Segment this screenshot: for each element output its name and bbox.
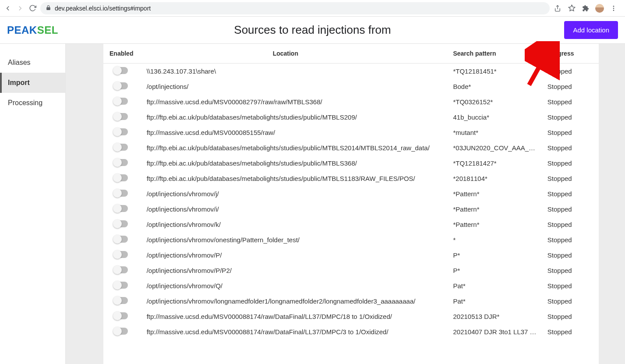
cell-pattern: *TQ0326152*: [448, 94, 542, 110]
avatar[interactable]: [595, 4, 604, 13]
extensions-icon[interactable]: [581, 4, 590, 13]
browser-toolbar: dev.peaksel.elsci.io/settings#import: [0, 0, 625, 17]
enabled-toggle[interactable]: [114, 205, 128, 212]
enabled-toggle[interactable]: [114, 174, 128, 181]
enabled-toggle[interactable]: [114, 266, 128, 273]
reload-button[interactable]: [28, 4, 37, 13]
enabled-toggle[interactable]: [114, 144, 128, 151]
cell-enabled: [103, 186, 141, 201]
cell-enabled: [103, 232, 141, 247]
table-row: ftp://massive.ucsd.edu/MSV000088174/raw/…: [103, 309, 599, 324]
enabled-toggle[interactable]: [114, 282, 128, 289]
cell-enabled: [103, 324, 141, 339]
cell-progress: Stopped: [542, 201, 599, 217]
enabled-toggle[interactable]: [114, 159, 128, 166]
cell-pattern: 41b_buccia*: [448, 110, 542, 125]
th-location: Location: [141, 44, 448, 64]
enabled-toggle[interactable]: [114, 113, 128, 120]
cell-location: /opt/injections/: [141, 79, 448, 94]
th-enabled: Enabled: [103, 44, 141, 64]
enabled-toggle[interactable]: [114, 82, 128, 89]
sidebar-item-import[interactable]: Import: [0, 73, 65, 93]
cell-enabled: [103, 155, 141, 171]
cell-pattern: *Pattern*: [448, 201, 542, 217]
table-row: /opt/injections/vhromov/P/P2/P*Stopped: [103, 263, 599, 278]
cell-location: /opt/injections/vhromov/i/: [141, 201, 448, 217]
cell-enabled: [103, 217, 141, 232]
enabled-toggle[interactable]: [114, 236, 128, 243]
cell-progress: Stopped: [542, 324, 599, 339]
cell-enabled: [103, 140, 141, 155]
enabled-toggle[interactable]: [114, 328, 128, 335]
cell-pattern: 20210407 DJR 3to1 LL37 …: [448, 324, 542, 339]
cell-location: ftp://ftp.ebi.ac.uk/pub/databases/metabo…: [141, 155, 448, 171]
cell-progress: Stopped: [542, 79, 599, 94]
cell-progress: Stopped: [542, 263, 599, 278]
cell-progress: Stopped: [542, 140, 599, 155]
cell-enabled: [103, 293, 141, 309]
cell-enabled: [103, 201, 141, 217]
cell-enabled: [103, 171, 141, 186]
table-row: ftp://ftp.ebi.ac.uk/pub/databases/metabo…: [103, 171, 599, 186]
logo[interactable]: PEAKSEL: [7, 24, 58, 36]
enabled-toggle[interactable]: [114, 312, 128, 319]
cell-location: ftp://massive.ucsd.edu/MSV000082797/raw/…: [141, 94, 448, 110]
menu-icon[interactable]: [609, 4, 618, 13]
sidebar: AliasesImportProcessing: [0, 44, 66, 364]
table-row: /opt/injections/vhromov/j/*Pattern*Stopp…: [103, 186, 599, 201]
th-pattern: Search pattern: [448, 44, 542, 64]
cell-location: /opt/injections/vhromov/onesting/Pattern…: [141, 232, 448, 247]
url-text: dev.peaksel.elsci.io/settings#import: [55, 5, 151, 12]
enabled-toggle[interactable]: [114, 297, 128, 304]
share-icon[interactable]: [553, 4, 562, 13]
enabled-toggle[interactable]: [114, 251, 128, 258]
cell-location: ftp://ftp.ebi.ac.uk/pub/databases/metabo…: [141, 171, 448, 186]
cell-enabled: [103, 79, 141, 94]
enabled-toggle[interactable]: [114, 190, 128, 197]
cell-location: /opt/injections/vhromov/longnamedfolder1…: [141, 293, 448, 309]
cell-enabled: [103, 64, 141, 79]
forward-button[interactable]: [16, 4, 25, 13]
cell-enabled: [103, 263, 141, 278]
table-row: ftp://massive.ucsd.edu/MSV000088174/raw/…: [103, 324, 599, 339]
table-row: /opt/injections/vhromov/onesting/Pattern…: [103, 232, 599, 247]
cell-location: /opt/injections/vhromov/P/: [141, 247, 448, 263]
lock-icon: [46, 5, 51, 12]
sidebar-item-processing[interactable]: Processing: [0, 93, 65, 113]
cell-progress: Stopped: [542, 309, 599, 324]
page-title: Sources to read injections from: [234, 23, 391, 37]
logo-part2: SEL: [37, 24, 58, 36]
cell-pattern: *mutant*: [448, 125, 542, 140]
address-bar[interactable]: dev.peaksel.elsci.io/settings#import: [40, 2, 550, 14]
cell-enabled: [103, 247, 141, 263]
enabled-toggle[interactable]: [114, 220, 128, 227]
enabled-toggle[interactable]: [114, 67, 128, 74]
table-row: ftp://ftp.ebi.ac.uk/pub/databases/metabo…: [103, 110, 599, 125]
table-row: ftp://ftp.ebi.ac.uk/pub/databases/metabo…: [103, 140, 599, 155]
table-row: /opt/injections/vhromov/longnamedfolder1…: [103, 293, 599, 309]
cell-progress: Stopped: [542, 125, 599, 140]
back-button[interactable]: [4, 4, 12, 13]
svg-point-2: [613, 6, 614, 7]
enabled-toggle[interactable]: [114, 98, 128, 105]
cell-location: /opt/injections/vhromov/k/: [141, 217, 448, 232]
cell-pattern: *TQ12181451*: [448, 64, 542, 79]
sidebar-item-aliases[interactable]: Aliases: [0, 53, 65, 73]
cell-pattern: *TQ12181427*: [448, 155, 542, 171]
svg-point-3: [613, 7, 614, 9]
th-progress: Progress: [542, 44, 599, 64]
cell-pattern: Pat*: [448, 293, 542, 309]
cell-pattern: *Pattern*: [448, 217, 542, 232]
cell-progress: Stopped: [542, 64, 599, 79]
enabled-toggle[interactable]: [114, 128, 128, 135]
table-row: \\136.243.107.31\share\*TQ12181451*Stopp…: [103, 64, 599, 79]
add-location-button[interactable]: Add location: [564, 21, 618, 39]
table-row: ftp://massive.ucsd.edu/MSV000085155/raw/…: [103, 125, 599, 140]
svg-point-4: [613, 10, 614, 11]
cell-location: \\136.243.107.31\share\: [141, 64, 448, 79]
bookmark-icon[interactable]: [567, 4, 576, 13]
table-row: /opt/injections/vhromov/Q/Pat*Stopped: [103, 278, 599, 293]
cell-progress: Stopped: [542, 94, 599, 110]
cell-progress: Stopped: [542, 293, 599, 309]
cell-progress: Stopped: [542, 171, 599, 186]
